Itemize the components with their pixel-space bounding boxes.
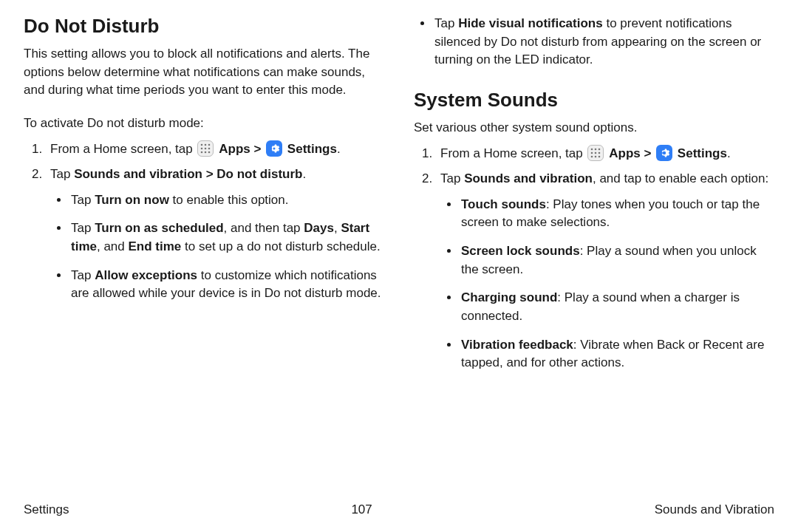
dnd-title: Do Not Disturb xyxy=(24,15,384,38)
step-text: From a Home screen, tap xyxy=(50,142,193,156)
dnd-lead: To activate Do not disturb mode: xyxy=(24,115,384,133)
step-text: . xyxy=(302,167,306,181)
svg-point-10 xyxy=(595,148,597,150)
apps-label: Apps xyxy=(219,142,250,156)
svg-point-12 xyxy=(591,151,593,154)
bullet-text: Tap xyxy=(71,193,95,207)
dnd-intro: This setting allows you to block all not… xyxy=(24,45,384,100)
svg-point-15 xyxy=(591,155,593,157)
svg-point-2 xyxy=(208,143,211,146)
svg-point-6 xyxy=(201,151,203,153)
system-sounds-intro: Set various other system sound options. xyxy=(414,119,774,137)
right-column: Tap Hide visual notifications to prevent… xyxy=(414,15,774,383)
step-text: Tap xyxy=(440,171,464,185)
svg-point-1 xyxy=(205,143,207,146)
left-column: Do Not Disturb This setting allows you t… xyxy=(24,15,384,383)
dnd-bullets-continued: Tap Hide visual notifications to prevent… xyxy=(414,15,774,69)
step-bold: Sounds and vibration > Do not disturb xyxy=(74,167,302,181)
page-footer: Settings 107 Sounds and Vibration xyxy=(24,502,774,517)
list-item: Tap Turn on as scheduled, and then tap D… xyxy=(69,219,384,256)
bullet-text: Tap xyxy=(434,16,458,30)
svg-point-8 xyxy=(208,151,211,153)
period: . xyxy=(727,146,731,160)
dnd-bullets: Tap Turn on now to enable this option. T… xyxy=(50,191,384,303)
svg-point-0 xyxy=(201,143,203,146)
dnd-steps: From a Home screen, tap Apps > Settings.… xyxy=(24,140,384,303)
page-columns: Do Not Disturb This setting allows you t… xyxy=(24,15,774,383)
dnd-step-2: Tap Sounds and vibration > Do not distur… xyxy=(46,166,384,303)
bullet-text: , and xyxy=(97,239,129,253)
bullet-text: Tap xyxy=(71,221,95,235)
step-text: Tap xyxy=(50,167,74,181)
footer-left: Settings xyxy=(24,502,69,517)
step-bold: Sounds and vibration xyxy=(464,171,593,185)
svg-point-5 xyxy=(208,147,211,149)
list-item: Vibration feedback: Vibrate when Back or… xyxy=(460,336,774,372)
footer-page-number: 107 xyxy=(351,502,372,517)
svg-point-16 xyxy=(595,155,597,157)
step-text: From a Home screen, tap xyxy=(440,146,583,160)
settings-icon xyxy=(266,140,282,157)
svg-point-11 xyxy=(598,148,601,150)
svg-point-3 xyxy=(201,147,203,149)
bullet-text: to enable this option. xyxy=(169,193,289,207)
system-sounds-title: System Sounds xyxy=(414,89,774,112)
bullet-bold: End time xyxy=(129,239,182,253)
list-item: Charging sound: Play a sound when a char… xyxy=(460,289,774,325)
step-text: , and tap to enable each option: xyxy=(593,171,768,185)
bullet-text: Tap xyxy=(71,268,95,282)
period: . xyxy=(337,142,341,156)
bullet-bold: Touch sounds xyxy=(461,197,546,211)
bullet-bold: Turn on now xyxy=(95,193,169,207)
svg-point-13 xyxy=(595,151,597,154)
list-item: Tap Hide visual notifications to prevent… xyxy=(433,15,774,69)
bullet-bold: Allow exceptions xyxy=(95,268,197,282)
settings-label: Settings xyxy=(287,142,337,156)
list-item: Tap Allow exceptions to customize which … xyxy=(69,267,384,303)
bullet-text: , and then tap xyxy=(224,221,304,235)
svg-point-9 xyxy=(591,148,593,150)
apps-icon xyxy=(587,145,604,161)
svg-point-7 xyxy=(205,151,207,153)
apps-icon xyxy=(197,140,214,157)
chevron: > xyxy=(644,146,651,160)
dnd-step-1: From a Home screen, tap Apps > Settings. xyxy=(46,140,384,159)
bullet-text: , xyxy=(334,221,341,235)
ss-step-2: Tap Sounds and vibration, and tap to ena… xyxy=(436,170,774,372)
list-item: Touch sounds: Play tones when you touch … xyxy=(460,196,774,232)
bullet-bold: Days xyxy=(304,221,334,235)
bullet-bold: Vibration feedback xyxy=(461,338,573,352)
svg-point-17 xyxy=(598,155,601,157)
bullet-bold: Hide visual notifications xyxy=(458,16,603,30)
settings-label: Settings xyxy=(678,146,727,160)
system-sounds-steps: From a Home screen, tap Apps > Settings.… xyxy=(414,145,774,372)
bullet-bold: Charging sound xyxy=(461,290,557,304)
svg-point-14 xyxy=(598,151,601,154)
bullet-bold: Turn on as scheduled xyxy=(95,221,223,235)
footer-right: Sounds and Vibration xyxy=(655,502,774,517)
list-item: Screen lock sounds: Play a sound when yo… xyxy=(460,242,774,279)
list-item: Tap Turn on now to enable this option. xyxy=(69,191,384,210)
apps-label: Apps xyxy=(609,146,641,160)
bullet-bold: Screen lock sounds xyxy=(461,244,580,258)
settings-icon xyxy=(656,145,672,161)
ss-bullets: Touch sounds: Play tones when you touch … xyxy=(440,196,774,372)
svg-point-4 xyxy=(205,147,207,149)
bullet-text: to set up a do not disturb schedule. xyxy=(181,239,380,253)
ss-step-1: From a Home screen, tap Apps > Settings. xyxy=(436,145,774,163)
chevron: > xyxy=(253,142,261,156)
